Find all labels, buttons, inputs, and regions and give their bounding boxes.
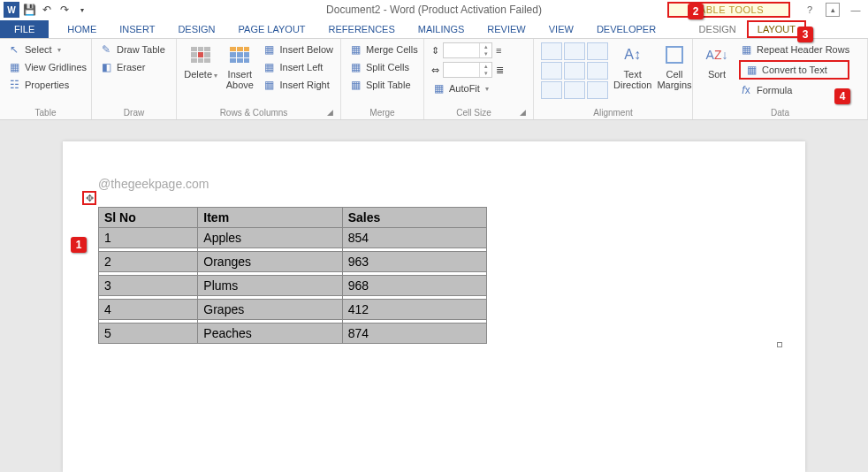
group-draw: ✎Draw Table ◧Eraser Draw xyxy=(92,39,177,119)
cell-sales[interactable]: 854 xyxy=(342,228,486,248)
table-row[interactable]: 1Apples854 xyxy=(99,228,487,248)
cell-item[interactable]: Apples xyxy=(198,228,342,248)
text-direction-button[interactable]: A↕ Text Direction xyxy=(613,42,651,90)
distribute-rows-icon[interactable]: ≡ xyxy=(496,45,501,56)
tab-page-layout[interactable]: PAGE LAYOUT xyxy=(227,20,317,38)
cell-slno[interactable]: 3 xyxy=(99,276,198,296)
tab-insert[interactable]: INSERT xyxy=(108,20,166,38)
insert-below-button[interactable]: ▦Insert Below xyxy=(262,42,333,57)
repeat-header-rows-button[interactable]: ▦Repeat Header Rows xyxy=(739,42,849,57)
insert-left-button[interactable]: ▦Insert Left xyxy=(262,60,333,74)
insert-below-icon: ▦ xyxy=(262,42,276,57)
cell-item[interactable]: Plums xyxy=(198,276,342,296)
tab-references[interactable]: REFERENCES xyxy=(317,20,407,38)
insert-above-icon xyxy=(227,42,252,67)
document-page[interactable]: @thegeekpage.com ✥ Sl No Item Sales 1App… xyxy=(63,141,805,472)
watermark-text: @thegeekpage.com xyxy=(98,177,779,191)
cell-slno[interactable]: 5 xyxy=(99,324,198,344)
cell-sales[interactable]: 963 xyxy=(342,252,486,272)
callout-2: 2 xyxy=(688,4,704,19)
autofit-icon: ▦ xyxy=(431,81,445,95)
split-cells-button[interactable]: ▦Split Cells xyxy=(348,60,418,74)
table-resize-handle-icon[interactable] xyxy=(777,342,782,347)
group-label-merge: Merge xyxy=(348,106,416,118)
tab-developer[interactable]: DEVELOPER xyxy=(585,20,667,38)
delete-button[interactable]: Delete▾ xyxy=(184,42,217,80)
table-wrapper: ✥ Sl No Item Sales 1Apples8542Oranges963… xyxy=(98,207,779,344)
callout-4: 4 xyxy=(834,88,850,104)
table-row[interactable]: 2Oranges963 xyxy=(99,252,487,272)
text-direction-icon: A↕ xyxy=(621,42,645,67)
tab-home[interactable]: HOME xyxy=(56,20,108,38)
table-row[interactable]: 4Grapes412 xyxy=(99,300,487,320)
header-item[interactable]: Item xyxy=(198,208,342,228)
cell-sales[interactable]: 968 xyxy=(342,276,486,296)
group-label-draw: Draw xyxy=(99,106,169,118)
select-button[interactable]: ↖Select▾ xyxy=(7,42,87,57)
cell-item[interactable]: Oranges xyxy=(198,252,342,272)
table-row[interactable]: 3Plums968 xyxy=(99,276,487,296)
formula-button[interactable]: fxFormula xyxy=(739,83,849,97)
document-table[interactable]: Sl No Item Sales 1Apples8542Oranges9633P… xyxy=(98,207,487,344)
tab-file[interactable]: FILE xyxy=(0,20,49,38)
alignment-grid[interactable] xyxy=(541,42,608,99)
dialog-launcher-icon[interactable]: ◢ xyxy=(520,108,526,117)
distribute-cols-icon[interactable]: ≣ xyxy=(496,65,504,76)
cell-sales[interactable]: 412 xyxy=(342,300,486,320)
tab-design[interactable]: DESIGN xyxy=(166,20,226,38)
group-label-data: Data xyxy=(700,106,860,118)
formula-icon: fx xyxy=(739,83,753,97)
minimize-icon[interactable]: — xyxy=(849,3,863,17)
tab-view[interactable]: VIEW xyxy=(537,20,585,38)
convert-to-text-button[interactable]: ▦Convert to Text xyxy=(739,60,849,80)
tab-review[interactable]: REVIEW xyxy=(476,20,537,38)
table-row[interactable]: 5Peaches874 xyxy=(99,324,487,344)
ribbon-display-icon[interactable]: ▴ xyxy=(826,3,840,17)
header-slno[interactable]: Sl No xyxy=(99,208,198,228)
document-area: @thegeekpage.com ✥ Sl No Item Sales 1App… xyxy=(0,120,868,472)
view-gridlines-button[interactable]: ▦View Gridlines xyxy=(7,60,87,74)
dialog-launcher-icon[interactable]: ◢ xyxy=(327,108,333,117)
qat-customize-icon[interactable]: ▾ xyxy=(74,2,90,18)
group-label-rows-cols: Rows & Columns◢ xyxy=(184,106,333,118)
cell-slno[interactable]: 1 xyxy=(99,228,198,248)
split-table-button[interactable]: ▦Split Table xyxy=(348,78,418,92)
sort-button[interactable]: AZ↓ Sort xyxy=(700,42,734,80)
tab-mailings[interactable]: MAILINGS xyxy=(407,20,476,38)
insert-above-button[interactable]: Insert Above xyxy=(223,42,256,90)
cell-item[interactable]: Grapes xyxy=(198,300,342,320)
tab-tabletools-design[interactable]: DESIGN xyxy=(689,20,747,38)
delete-icon xyxy=(188,42,213,67)
help-icon[interactable]: ? xyxy=(803,3,817,17)
undo-icon[interactable]: ↶ xyxy=(39,2,55,18)
eraser-button[interactable]: ◧Eraser xyxy=(99,60,165,74)
group-rows-columns: Delete▾ Insert Above ▦Insert Below ▦Inse… xyxy=(177,39,341,119)
group-merge: ▦Merge Cells ▦Split Cells ▦Split Table M… xyxy=(341,39,424,119)
cell-margins-icon xyxy=(662,42,687,67)
table-move-handle-icon[interactable]: ✥ xyxy=(82,191,96,205)
callout-3: 3 xyxy=(797,27,813,42)
cell-slno[interactable]: 4 xyxy=(99,300,198,320)
convert-to-text-icon: ▦ xyxy=(744,63,758,77)
cell-item[interactable]: Peaches xyxy=(198,324,342,344)
draw-table-button[interactable]: ✎Draw Table xyxy=(99,42,165,57)
row-height-input[interactable]: ▴▾ xyxy=(443,42,492,58)
properties-button[interactable]: ☷Properties xyxy=(7,78,87,92)
group-data: AZ↓ Sort ▦Repeat Header Rows ▦Convert to… xyxy=(693,39,868,119)
merge-cells-button[interactable]: ▦Merge Cells xyxy=(348,42,418,57)
redo-icon[interactable]: ↷ xyxy=(57,2,72,18)
group-table: ↖Select▾ ▦View Gridlines ☷Properties Tab… xyxy=(0,39,92,119)
header-sales[interactable]: Sales xyxy=(342,208,486,228)
cell-sales[interactable]: 874 xyxy=(342,324,486,344)
row-height-icon: ⇕ xyxy=(431,45,439,57)
ribbon: ↖Select▾ ▦View Gridlines ☷Properties Tab… xyxy=(0,39,868,120)
cell-margins-button[interactable]: Cell Margins xyxy=(657,42,691,90)
autofit-button[interactable]: ▦AutoFit▾ xyxy=(431,81,489,95)
merge-cells-icon: ▦ xyxy=(348,42,362,57)
save-icon[interactable]: 💾 xyxy=(21,2,37,18)
table-header-row[interactable]: Sl No Item Sales xyxy=(99,208,487,228)
col-width-input[interactable]: ▴▾ xyxy=(443,62,492,78)
insert-right-button[interactable]: ▦Insert Right xyxy=(262,78,333,92)
cell-slno[interactable]: 2 xyxy=(99,252,198,272)
gridlines-icon: ▦ xyxy=(7,60,21,74)
